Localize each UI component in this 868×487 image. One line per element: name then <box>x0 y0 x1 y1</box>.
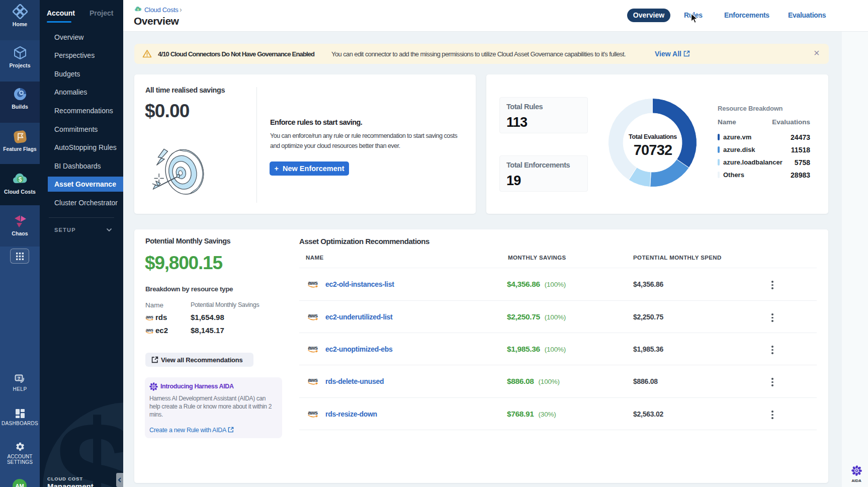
svg-text:?: ? <box>17 376 20 381</box>
svg-text:$: $ <box>18 176 22 183</box>
svg-text:aws: aws <box>308 312 318 318</box>
svg-text:aws: aws <box>308 280 318 286</box>
svg-text:aws: aws <box>146 314 153 319</box>
svg-text:aws: aws <box>308 345 318 351</box>
svg-text:aws: aws <box>308 410 318 416</box>
svg-text:aws: aws <box>146 328 153 333</box>
svg-text:aws: aws <box>308 377 318 383</box>
